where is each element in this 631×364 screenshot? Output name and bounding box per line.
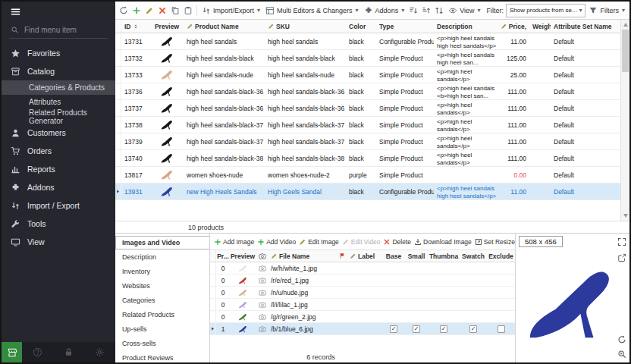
add-video-button[interactable]: Add Video (257, 238, 296, 246)
fullscreen-button[interactable] (617, 237, 626, 246)
media-row-g-r-green-2-jpg[interactable]: 0/g/r/green_2.jpg (210, 311, 515, 323)
import-export-menu-button[interactable]: Import/Export ▾ (199, 3, 262, 18)
column-header-label[interactable]: Label (347, 250, 382, 262)
column-header-attribute-set-name[interactable]: Attribute Set Name (551, 20, 620, 33)
sidebar-item-attributes[interactable]: Attributes (2, 95, 115, 109)
media-row-w-h-white-1-jpg[interactable]: 0/w/h/white_1.jpg (210, 262, 515, 275)
sidebar-item-categories-products[interactable]: Categories & Products (2, 80, 115, 95)
column-header-color[interactable]: Color (346, 20, 376, 33)
product-row-13732[interactable]: 13732high heel sandals-blackhigh heel sa… (115, 50, 620, 67)
swap-order-button[interactable] (433, 3, 445, 18)
tab-images-and-video[interactable]: Images and Video (115, 236, 210, 249)
product-row-13731[interactable]: 13731high heel sandalshigh heel sandalsb… (115, 33, 620, 50)
sidebar-item-customers[interactable]: Customers (2, 124, 115, 142)
tab-description[interactable]: Description (115, 250, 209, 264)
addons-menu-button[interactable]: Addons ▾ (362, 3, 407, 18)
add-product-button[interactable] (130, 3, 143, 18)
heel-icon (237, 288, 248, 297)
set-resize-rule-button[interactable]: Set Resize Rule (475, 238, 515, 246)
product-row-13739[interactable]: 13739high heel sandals-black-37high heel… (115, 133, 620, 150)
sidebar-item-orders[interactable]: Orders (2, 142, 115, 160)
media-row-b-1-blue-6-jpg[interactable]: 1/b/1/blue_6.jpg✓✓✓✓ (210, 323, 515, 335)
column-header-id[interactable]: ID (121, 20, 150, 33)
sidebar-item-view[interactable]: View (2, 233, 115, 251)
product-row-13931[interactable]: 13931new High Heels SandalsHigh Geels Sa… (115, 184, 620, 200)
cell-attribute-set-name: Default (551, 67, 620, 83)
sidebar-search-input[interactable]: Find menu item (9, 23, 108, 39)
checkbox-checked[interactable]: ✓ (469, 325, 477, 333)
paste-button[interactable] (182, 3, 194, 18)
media-row-r-e-red-1-jpg[interactable]: 0/r/e/red_1.jpg (210, 275, 515, 287)
sidebar-item-favorites[interactable]: Favorites (2, 44, 115, 62)
sidebar-item-reports[interactable]: Reports (2, 160, 115, 178)
delete-product-button[interactable] (156, 3, 168, 18)
cell-attribute-set-name: Default (551, 83, 620, 99)
category-filter-select[interactable]: Show products from selected categories ▾ (506, 4, 585, 17)
column-header-position[interactable]: Pr... (216, 250, 230, 262)
column-header-flag[interactable] (337, 250, 347, 262)
sidebar-item-import-export[interactable]: Import / Export (2, 196, 115, 215)
tab-inventory[interactable]: Inventory (115, 265, 209, 278)
checkbox-checked[interactable]: ✓ (390, 325, 397, 333)
tab-related-products[interactable]: Related Products (115, 308, 209, 322)
sidebar-item-related-products-generator[interactable]: Related Products Generator (2, 109, 115, 124)
row-indicator (115, 33, 121, 49)
column-header-sku[interactable]: SKU (265, 20, 346, 33)
refresh-button[interactable] (118, 3, 130, 18)
store-button[interactable] (2, 342, 22, 362)
scrollbar-thumb[interactable] (622, 30, 629, 72)
checkbox-unchecked[interactable] (498, 325, 505, 333)
refresh-preview-button[interactable] (617, 335, 626, 344)
column-header-product-name[interactable]: Product Name (184, 20, 265, 33)
settings-button[interactable] (95, 347, 105, 357)
copy-button[interactable] (169, 3, 181, 18)
sort-descending-button[interactable] (420, 3, 432, 18)
lock-button[interactable] (64, 347, 74, 357)
product-row-13737[interactable]: 13737high heel sandals-black-36high heel… (115, 100, 620, 117)
media-row-l-i-lilac-1-jpg[interactable]: 0/l/i/lilac_1.jpg (210, 299, 515, 311)
product-row-13736[interactable]: 13736high heel sandals-black-36high heel… (115, 83, 620, 100)
view-menu-button[interactable]: View ▾ (446, 3, 482, 18)
tab-categories[interactable]: Categories (115, 293, 209, 307)
column-header-thumbnail[interactable]: Thumbna (428, 250, 460, 262)
filters-menu-button[interactable]: Filters ▾ (586, 3, 627, 18)
product-row-13738[interactable]: 13738high heel sandals-black-37high heel… (115, 117, 620, 133)
column-header-preview[interactable]: Preview (230, 250, 256, 262)
edit-video-button[interactable]: Edit Video (342, 238, 381, 246)
download-image-button[interactable]: Download Image (414, 238, 472, 246)
edit-image-button[interactable]: Edit Image (299, 238, 339, 246)
column-header-type[interactable]: Type (376, 20, 434, 33)
zoom-button[interactable] (617, 350, 626, 359)
tab-up-sells[interactable]: Up-sells (115, 322, 209, 336)
sidebar-item-tools[interactable]: Tools (2, 215, 115, 233)
column-header-weight[interactable]: Weight (529, 20, 551, 33)
tab-websites[interactable]: Websites (115, 279, 209, 293)
media-row-n-u-nude-jpg[interactable]: 0/n/u/nude.jpg (210, 287, 515, 299)
checkbox-checked[interactable]: ✓ (413, 325, 420, 333)
multi-editors-menu-button[interactable]: Multi Editors & Changers ▾ (263, 3, 361, 18)
tab-cross-sells[interactable]: Cross-sells (115, 337, 209, 350)
column-header-exclude[interactable]: Exclude (487, 250, 515, 262)
column-header-file-name[interactable]: File Name (268, 250, 337, 262)
help-button[interactable] (33, 347, 42, 357)
product-row-13740[interactable]: 13740high heel sandals-black-38high heel… (115, 150, 620, 167)
product-row-13817[interactable]: 13817women shoes-nudewomen shoes-nude-2p… (115, 167, 620, 184)
column-header-swatch[interactable]: Swatch (460, 250, 487, 262)
sort-ascending-button[interactable] (407, 3, 419, 18)
edit-product-button[interactable] (143, 3, 155, 18)
sidebar-item-catalog[interactable]: Catalog (2, 62, 115, 80)
column-header-preview[interactable]: Preview (150, 20, 184, 33)
tab-product-reviews[interactable]: Product Reviews (115, 351, 209, 362)
column-header-price[interactable]: Price, (501, 20, 529, 33)
column-header-description[interactable]: Description (434, 20, 501, 33)
delete-image-button[interactable]: Delete (383, 238, 411, 246)
column-header-camera[interactable] (256, 250, 268, 262)
menu-toggle-button[interactable] (2, 2, 115, 22)
column-header-base[interactable]: Base (382, 250, 405, 262)
add-image-button[interactable]: Add Image (214, 238, 254, 246)
sidebar-item-addons[interactable]: Addons (2, 178, 115, 196)
checkbox-checked[interactable]: ✓ (440, 325, 447, 333)
vertical-scrollbar[interactable] (620, 20, 629, 221)
product-row-13733[interactable]: 13733high heel sandals-nudehigh heel san… (115, 67, 620, 83)
column-header-small[interactable]: Small (405, 250, 428, 262)
